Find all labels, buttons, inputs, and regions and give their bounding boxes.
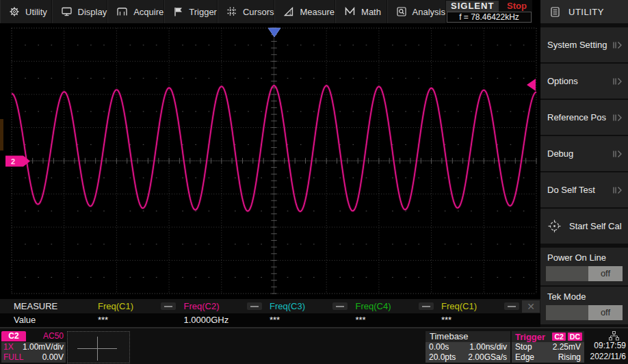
trigger-level: 2.25mV [553, 342, 581, 352]
clock-time: 09:17:59 [594, 341, 626, 350]
measure-close-button[interactable]: ✕ [522, 300, 540, 313]
menu-item-analysis[interactable]: Analysis [387, 0, 446, 23]
measure-slot-remove-button-1[interactable] [161, 302, 176, 310]
offscreen-channel-indicator [0, 119, 3, 151]
menu-item-label: Measure [300, 7, 335, 17]
sidebar-item-label: System Setting [547, 40, 607, 50]
sidebar-item-label: Options [547, 76, 578, 86]
measure-header-row: MEASURE Freq(C1)Freq(C2)Freq(C3)Freq(C4)… [0, 299, 540, 313]
menu-item-acquire[interactable]: Acquire [107, 0, 164, 23]
waveform-thumbnail[interactable] [67, 331, 130, 363]
measure-panel: MEASURE Freq(C1)Freq(C2)Freq(C3)Freq(C4)… [0, 299, 540, 328]
trigger-slope: Rising [558, 352, 581, 363]
submenu-arrow-icon [612, 150, 623, 158]
minus-icon [422, 306, 430, 307]
channel-probe: 1X [3, 342, 14, 352]
sidebar-action-start-self-cal[interactable]: Start Self Cal [540, 209, 628, 244]
measure-slot-value-1: *** [98, 313, 108, 327]
toggle-state: off [588, 266, 623, 281]
trigger-source-chip: C2 [552, 333, 565, 341]
trigger-mode: Stop [515, 342, 532, 352]
channel-scale: 1.00mV/div [23, 342, 64, 352]
acquire-icon [117, 7, 127, 16]
trigger-title: Trigger [515, 332, 545, 342]
timebase-scale: 1.00ns/div [469, 342, 507, 352]
trigger-type: Edge [515, 352, 534, 363]
measure-slot-remove-button-3[interactable] [332, 302, 348, 310]
measure-slot-label-3[interactable]: Freq(C3) [270, 299, 305, 313]
measure-slot-value-5: *** [441, 313, 452, 327]
submenu-arrow-icon [612, 41, 623, 49]
analysis-icon [397, 7, 406, 16]
menu-item-label: Acquire [133, 7, 163, 17]
measure-icon [284, 7, 293, 16]
channel-bandwidth: FULL [3, 352, 23, 363]
measure-value-row: Value ***1.0000GHz********* [0, 313, 540, 327]
submenu-arrow-icon [612, 114, 623, 122]
minus-icon [336, 306, 344, 307]
menu-item-label: Math [361, 7, 381, 17]
sidebar-item-label: Reference Pos [547, 112, 606, 122]
measure-value-label: Value [14, 313, 36, 327]
timebase-title: Timebase [426, 331, 510, 342]
measure-slot-value-4: *** [356, 313, 366, 327]
measure-title: MEASURE [14, 299, 57, 313]
target-icon [548, 220, 561, 233]
utility-sidebar: UTILITY System SettingOptionsReference P… [540, 0, 628, 330]
menu-item-label: Utility [25, 7, 47, 17]
run-state-indicator: Stop [507, 1, 532, 11]
toggle-switch[interactable]: off [546, 305, 623, 320]
measure-slot-value-2: 1.0000GHz [184, 313, 229, 327]
sidebar-item-reference-pos[interactable]: Reference Pos [540, 100, 628, 135]
measure-slot-remove-button-4[interactable] [419, 302, 434, 310]
sidebar-toggle-power-on-line: Power On Lineoff [540, 248, 628, 285]
sidebar-item-label: Debug [547, 148, 573, 159]
menu-item-trigger[interactable]: Trigger [164, 0, 218, 23]
sidebar-action-label: Start Self Cal [569, 221, 622, 231]
toggle-switch[interactable]: off [546, 266, 623, 281]
toggle-state: off [588, 305, 623, 320]
gear-icon [10, 7, 19, 16]
menu-item-utility[interactable]: Utility [0, 0, 52, 23]
brand-block: SIGLENT Stop f = 78.46422kHz [446, 0, 532, 23]
sidebar-item-system-setting[interactable]: System Setting [540, 27, 628, 62]
flag-icon [174, 7, 183, 16]
cursors-icon [227, 7, 237, 16]
channel-id-tab[interactable]: C2 [1, 331, 26, 341]
channel-descriptor-box[interactable]: C2 AC50 1X 1.00mV/div FULL 0.00V [1, 331, 66, 363]
measure-slot-label-5[interactable]: Freq(C1) [441, 299, 477, 313]
menu-item-display[interactable]: Display [52, 0, 108, 23]
clock-date: 2022/11/6 [590, 352, 627, 361]
trigger-level-marker[interactable] [527, 79, 536, 91]
thumbnail-crosshair-v [97, 337, 98, 361]
scope-graticule [12, 28, 536, 294]
sidebar-header: UTILITY [540, 0, 628, 23]
menu-item-label: Display [78, 7, 107, 17]
channel-offset: 0.00V [42, 352, 64, 363]
sidebar-item-debug[interactable]: Debug [540, 136, 628, 171]
timebase-box[interactable]: Timebase 0.00s 1.00ns/div 20.0pts 2.00GS… [426, 331, 510, 363]
sidebar-item-label: Do Self Test [547, 185, 595, 195]
math-icon [345, 7, 355, 16]
timebase-points: 20.0pts [429, 352, 456, 363]
menu-item-measure[interactable]: Measure [274, 0, 335, 23]
sidebar-item-options[interactable]: Options [540, 64, 628, 99]
timebase-delay: 0.00s [429, 342, 449, 352]
channel-marker-label: 2 [11, 157, 15, 166]
trigger-box[interactable]: Trigger C2 DC Stop 2.25mV Edge Rising [512, 331, 584, 363]
menu-item-label: Trigger [189, 7, 217, 17]
measure-slot-label-4[interactable]: Freq(C4) [356, 299, 391, 313]
measure-slot-label-1[interactable]: Freq(C1) [98, 299, 133, 313]
measure-slot-remove-button-5[interactable] [504, 302, 519, 310]
measure-slot-label-2[interactable]: Freq(C2) [184, 299, 220, 313]
trigger-position-marker[interactable] [268, 28, 280, 37]
menu-item-math[interactable]: Math [335, 0, 387, 23]
measure-slot-remove-button-2[interactable] [247, 302, 262, 310]
menu-item-label: Analysis [413, 7, 445, 17]
timebase-sample-rate: 2.00GSa/s [468, 352, 507, 363]
channel-coupling: AC50 [43, 331, 64, 341]
minus-icon [508, 306, 516, 307]
menu-item-cursors[interactable]: Cursors [218, 0, 275, 23]
status-bar: C2 AC50 1X 1.00mV/div FULL 0.00V Timebas… [0, 328, 628, 364]
sidebar-item-do-self-test[interactable]: Do Self Test [540, 172, 628, 207]
